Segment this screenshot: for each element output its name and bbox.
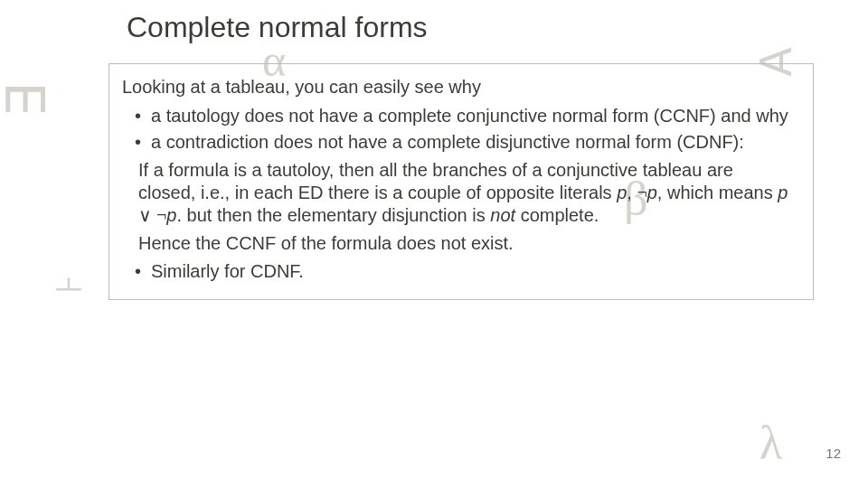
bullet-list-top: a tautology does not have a complete con…: [122, 105, 795, 154]
bullet-item: a contradiction does not have a complete…: [138, 131, 795, 154]
hence-line: Hence the CCNF of the formula does not e…: [138, 232, 795, 255]
explanation-paragraph: If a formula is a tautoloy, then all the…: [138, 159, 795, 227]
decor-lambda-icon: λ: [760, 416, 782, 469]
content-box: Looking at a tableau, you can easily see…: [108, 63, 814, 300]
text-run: ,: [627, 183, 637, 202]
literal-p: p: [647, 183, 657, 202]
intro-text: Looking at a tableau, you can easily see…: [122, 77, 795, 98]
slide-title: Complete normal forms: [127, 11, 428, 44]
slide: ∃ α ∀ β ⊦ λ Complete normal forms Lookin…: [0, 0, 868, 488]
bullet-item: a tautology does not have a complete con…: [138, 105, 795, 127]
text-run: . but then the elementary disjunction is: [176, 205, 490, 225]
formula-p: p: [778, 183, 788, 202]
neg-symbol-icon: ¬: [156, 205, 166, 225]
literal-p: p: [617, 183, 627, 202]
or-symbol-icon: ∨: [138, 205, 156, 225]
not-emphasis: not: [490, 205, 515, 225]
text-run: , which means: [657, 183, 778, 202]
page-number: 12: [826, 446, 841, 461]
bullet-list-bottom: Similarly for CDNF.: [122, 260, 795, 283]
decor-turnstile-icon: ⊦: [48, 273, 90, 294]
formula-p: p: [166, 205, 176, 225]
decor-exists-icon: ∃: [0, 83, 59, 117]
neg-symbol-icon: ¬: [637, 183, 646, 202]
bullet-item: Similarly for CDNF.: [138, 260, 795, 283]
text-run: complete.: [515, 205, 599, 225]
